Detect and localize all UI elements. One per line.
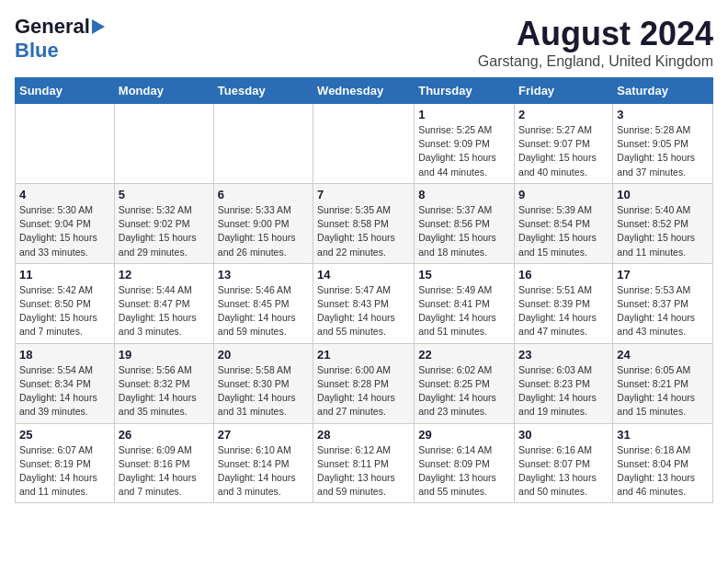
day-number: 10 (617, 188, 709, 201)
calendar-cell: 20Sunrise: 5:58 AM Sunset: 8:30 PM Dayli… (213, 343, 313, 423)
day-number: 15 (418, 268, 510, 282)
calendar-cell: 17Sunrise: 5:53 AM Sunset: 8:37 PM Dayli… (613, 263, 713, 343)
calendar-cell: 1Sunrise: 5:25 AM Sunset: 9:09 PM Daylig… (415, 104, 515, 184)
day-number: 13 (218, 268, 309, 282)
day-info: Sunrise: 5:51 AM Sunset: 8:39 PM Dayligh… (518, 283, 609, 339)
day-info: Sunrise: 5:33 AM Sunset: 9:00 PM Dayligh… (218, 203, 309, 259)
col-header-wednesday: Wednesday (313, 78, 415, 104)
calendar-cell: 10Sunrise: 5:40 AM Sunset: 8:52 PM Dayli… (613, 183, 713, 263)
day-number: 1 (418, 108, 510, 121)
day-info: Sunrise: 5:56 AM Sunset: 8:32 PM Dayligh… (119, 363, 210, 419)
day-info: Sunrise: 6:09 AM Sunset: 8:16 PM Dayligh… (119, 443, 210, 500)
calendar-cell: 27Sunrise: 6:10 AM Sunset: 8:14 PM Dayli… (213, 423, 313, 503)
calendar-cell: 28Sunrise: 6:12 AM Sunset: 8:11 PM Dayli… (313, 423, 415, 503)
day-number: 17 (617, 268, 709, 282)
day-info: Sunrise: 5:40 AM Sunset: 8:52 PM Dayligh… (617, 203, 709, 259)
calendar-cell: 3Sunrise: 5:28 AM Sunset: 9:05 PM Daylig… (613, 104, 713, 184)
location-subtitle: Garstang, England, United Kingdom (478, 53, 713, 70)
day-number: 2 (518, 108, 609, 121)
logo-blue: Blue (15, 39, 59, 63)
day-number: 27 (218, 428, 309, 442)
day-number: 4 (19, 188, 110, 201)
day-info: Sunrise: 6:00 AM Sunset: 8:28 PM Dayligh… (317, 363, 410, 419)
day-number: 16 (518, 268, 609, 282)
calendar-cell: 22Sunrise: 6:02 AM Sunset: 8:25 PM Dayli… (415, 343, 515, 423)
day-info: Sunrise: 5:30 AM Sunset: 9:04 PM Dayligh… (19, 203, 110, 259)
day-info: Sunrise: 5:35 AM Sunset: 8:58 PM Dayligh… (317, 203, 410, 259)
calendar-cell (313, 104, 415, 184)
day-info: Sunrise: 5:25 AM Sunset: 9:09 PM Dayligh… (418, 123, 510, 179)
day-number: 8 (418, 188, 510, 201)
calendar-cell: 15Sunrise: 5:49 AM Sunset: 8:41 PM Dayli… (415, 263, 515, 343)
day-info: Sunrise: 5:46 AM Sunset: 8:45 PM Dayligh… (218, 283, 309, 339)
col-header-friday: Friday (515, 78, 613, 104)
day-info: Sunrise: 6:12 AM Sunset: 8:11 PM Dayligh… (317, 443, 410, 500)
day-number: 3 (617, 108, 709, 121)
col-header-tuesday: Tuesday (213, 78, 313, 104)
day-number: 31 (617, 428, 709, 442)
calendar-cell: 4Sunrise: 5:30 AM Sunset: 9:04 PM Daylig… (16, 183, 115, 263)
calendar-week-row: 25Sunrise: 6:07 AM Sunset: 8:19 PM Dayli… (16, 423, 713, 503)
calendar-cell: 25Sunrise: 6:07 AM Sunset: 8:19 PM Dayli… (16, 423, 115, 503)
calendar-cell: 5Sunrise: 5:32 AM Sunset: 9:02 PM Daylig… (114, 183, 213, 263)
day-info: Sunrise: 5:42 AM Sunset: 8:50 PM Dayligh… (19, 283, 110, 339)
day-number: 18 (19, 348, 110, 362)
day-info: Sunrise: 6:03 AM Sunset: 8:23 PM Dayligh… (518, 363, 609, 419)
calendar-cell: 29Sunrise: 6:14 AM Sunset: 8:09 PM Dayli… (415, 423, 515, 503)
day-number: 23 (518, 348, 609, 362)
day-number: 24 (617, 348, 709, 362)
day-number: 7 (317, 188, 410, 201)
calendar-week-row: 4Sunrise: 5:30 AM Sunset: 9:04 PM Daylig… (16, 183, 713, 263)
calendar-cell: 7Sunrise: 5:35 AM Sunset: 8:58 PM Daylig… (313, 183, 415, 263)
day-info: Sunrise: 5:58 AM Sunset: 8:30 PM Dayligh… (218, 363, 309, 419)
calendar-cell: 19Sunrise: 5:56 AM Sunset: 8:32 PM Dayli… (114, 343, 213, 423)
day-number: 28 (317, 428, 410, 442)
page-header: General Blue August 2024 Garstang, Engla… (15, 15, 713, 70)
calendar-cell: 30Sunrise: 6:16 AM Sunset: 8:07 PM Dayli… (515, 423, 613, 503)
day-info: Sunrise: 5:47 AM Sunset: 8:43 PM Dayligh… (317, 283, 410, 339)
col-header-monday: Monday (114, 78, 213, 104)
calendar-header-row: SundayMondayTuesdayWednesdayThursdayFrid… (16, 78, 713, 104)
day-info: Sunrise: 6:16 AM Sunset: 8:07 PM Dayligh… (518, 443, 609, 500)
calendar-cell: 26Sunrise: 6:09 AM Sunset: 8:16 PM Dayli… (114, 423, 213, 503)
calendar-cell: 12Sunrise: 5:44 AM Sunset: 8:47 PM Dayli… (114, 263, 213, 343)
calendar-cell: 31Sunrise: 6:18 AM Sunset: 8:04 PM Dayli… (613, 423, 713, 503)
day-info: Sunrise: 5:39 AM Sunset: 8:54 PM Dayligh… (518, 203, 609, 259)
calendar-cell: 21Sunrise: 6:00 AM Sunset: 8:28 PM Dayli… (313, 343, 415, 423)
calendar-cell: 18Sunrise: 5:54 AM Sunset: 8:34 PM Dayli… (16, 343, 115, 423)
day-number: 25 (19, 428, 110, 442)
title-area: August 2024 Garstang, England, United Ki… (478, 15, 713, 70)
day-info: Sunrise: 5:32 AM Sunset: 9:02 PM Dayligh… (119, 203, 210, 259)
day-info: Sunrise: 5:27 AM Sunset: 9:07 PM Dayligh… (518, 123, 609, 179)
day-number: 6 (218, 188, 309, 201)
day-info: Sunrise: 6:10 AM Sunset: 8:14 PM Dayligh… (218, 443, 309, 500)
logo-arrow-icon (92, 19, 105, 34)
calendar-cell: 23Sunrise: 6:03 AM Sunset: 8:23 PM Dayli… (515, 343, 613, 423)
day-info: Sunrise: 6:18 AM Sunset: 8:04 PM Dayligh… (617, 443, 709, 500)
day-info: Sunrise: 5:54 AM Sunset: 8:34 PM Dayligh… (19, 363, 110, 419)
col-header-sunday: Sunday (16, 78, 115, 104)
day-number: 12 (119, 268, 210, 282)
calendar-week-row: 1Sunrise: 5:25 AM Sunset: 9:09 PM Daylig… (16, 104, 713, 184)
calendar-cell: 16Sunrise: 5:51 AM Sunset: 8:39 PM Dayli… (515, 263, 613, 343)
calendar-week-row: 18Sunrise: 5:54 AM Sunset: 8:34 PM Dayli… (16, 343, 713, 423)
month-year-title: August 2024 (478, 15, 713, 53)
day-number: 11 (19, 268, 110, 282)
day-info: Sunrise: 6:02 AM Sunset: 8:25 PM Dayligh… (418, 363, 510, 419)
calendar-cell: 9Sunrise: 5:39 AM Sunset: 8:54 PM Daylig… (515, 183, 613, 263)
col-header-saturday: Saturday (613, 78, 713, 104)
day-number: 9 (518, 188, 609, 201)
calendar-table: SundayMondayTuesdayWednesdayThursdayFrid… (15, 77, 713, 503)
day-info: Sunrise: 6:05 AM Sunset: 8:21 PM Dayligh… (617, 363, 709, 419)
day-number: 29 (418, 428, 510, 442)
day-info: Sunrise: 6:14 AM Sunset: 8:09 PM Dayligh… (418, 443, 510, 500)
day-number: 26 (119, 428, 210, 442)
calendar-week-row: 11Sunrise: 5:42 AM Sunset: 8:50 PM Dayli… (16, 263, 713, 343)
day-info: Sunrise: 5:37 AM Sunset: 8:56 PM Dayligh… (418, 203, 510, 259)
calendar-cell (213, 104, 313, 184)
day-info: Sunrise: 5:44 AM Sunset: 8:47 PM Dayligh… (119, 283, 210, 339)
calendar-cell: 2Sunrise: 5:27 AM Sunset: 9:07 PM Daylig… (515, 104, 613, 184)
calendar-cell (114, 104, 213, 184)
day-number: 20 (218, 348, 309, 362)
calendar-cell: 6Sunrise: 5:33 AM Sunset: 9:00 PM Daylig… (213, 183, 313, 263)
